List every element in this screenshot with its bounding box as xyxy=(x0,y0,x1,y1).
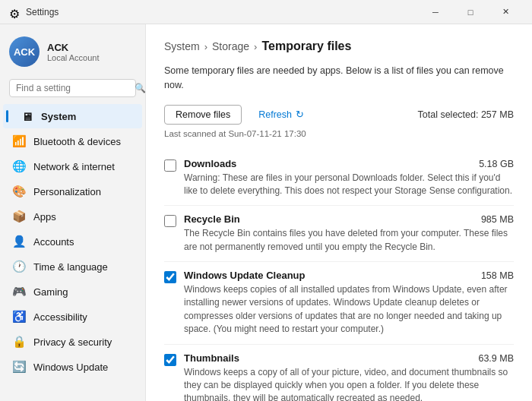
sidebar-label-apps: Apps xyxy=(33,211,56,223)
sidebar-item-accessibility[interactable]: ♿Accessibility xyxy=(3,305,142,329)
sidebar-label-privacy: Privacy & security xyxy=(33,336,112,348)
checkbox-wrap-downloads[interactable] xyxy=(164,159,176,175)
nav-list: 🖥System📶Bluetooth & devices🌐Network & in… xyxy=(0,103,145,380)
file-details-thumbnails: Thumbnails63.9 MBWindows keeps a copy of… xyxy=(184,352,514,401)
refresh-icon: ↻ xyxy=(296,109,304,120)
checkbox-recycle-bin[interactable] xyxy=(164,215,176,227)
breadcrumb-storage[interactable]: Storage xyxy=(212,40,249,52)
user-section[interactable]: ACK ACK Local Account xyxy=(0,30,145,76)
files-list: Downloads5.18 GBWarning: These are files… xyxy=(164,150,514,402)
user-info: ACK Local Account xyxy=(47,42,100,62)
file-size-recycle-bin: 985 MB xyxy=(481,214,514,225)
checkbox-wrap-windows-update[interactable] xyxy=(164,271,176,286)
search-box[interactable]: 🔍 xyxy=(9,79,136,97)
file-item-windows-update: Windows Update Cleanup158 MBWindows keep… xyxy=(164,262,514,345)
file-desc-windows-update: Windows keeps copies of all installed up… xyxy=(184,283,514,336)
file-details-downloads: Downloads5.18 GBWarning: These are files… xyxy=(184,158,514,198)
file-size-thumbnails: 63.9 MB xyxy=(478,353,514,364)
sidebar-label-time: Time & language xyxy=(33,261,108,273)
checkbox-downloads[interactable] xyxy=(164,159,176,172)
page-description: Some temporary files are needed by apps.… xyxy=(164,64,514,93)
checkbox-thumbnails[interactable] xyxy=(164,354,176,366)
file-name-recycle-bin: Recycle Bin xyxy=(184,213,240,225)
sidebar-label-accounts: Accounts xyxy=(33,236,74,248)
close-button[interactable]: ✕ xyxy=(488,0,523,24)
file-item-thumbnails: Thumbnails63.9 MBWindows keeps a copy of… xyxy=(164,345,514,401)
file-desc-thumbnails: Windows keeps a copy of all of your pict… xyxy=(184,366,514,401)
checkbox-wrap-recycle-bin[interactable] xyxy=(164,215,176,230)
breadcrumb-sep-2: › xyxy=(254,41,257,52)
system-icon: 🖥 xyxy=(20,109,33,123)
minimize-button[interactable]: ─ xyxy=(418,0,453,24)
user-name: ACK xyxy=(47,42,100,53)
search-icon: 🔍 xyxy=(135,83,146,93)
privacy-icon: 🔒 xyxy=(12,335,26,349)
avatar: ACK xyxy=(9,36,40,67)
sidebar-label-update: Windows Update xyxy=(33,362,108,373)
last-scanned: Last scanned at Sun-07-11-21 17:30 xyxy=(164,129,514,138)
sidebar-item-apps[interactable]: 📦Apps xyxy=(3,204,142,229)
maximize-button[interactable]: □ xyxy=(453,0,488,24)
update-icon: 🔄 xyxy=(12,360,26,374)
sidebar-item-personalization[interactable]: 🎨Personalization xyxy=(3,179,142,204)
sidebar-item-gaming[interactable]: 🎮Gaming xyxy=(3,279,142,304)
gaming-icon: 🎮 xyxy=(12,285,26,298)
remove-files-button[interactable]: Remove files xyxy=(164,105,242,125)
file-details-recycle-bin: Recycle Bin985 MBThe Recycle Bin contain… xyxy=(184,213,514,254)
file-item-downloads: Downloads5.18 GBWarning: These are files… xyxy=(164,150,514,207)
file-item-recycle-bin: Recycle Bin985 MBThe Recycle Bin contain… xyxy=(164,206,514,262)
file-name-windows-update: Windows Update Cleanup xyxy=(184,270,306,281)
title-bar: ⚙ Settings ─ □ ✕ xyxy=(0,0,532,24)
network-icon: 🌐 xyxy=(12,159,26,173)
avatar-initials: ACK xyxy=(14,46,35,58)
total-selected: Total selected: 257 MB xyxy=(418,109,514,120)
action-bar: Remove files Refresh ↻ Total selected: 2… xyxy=(164,105,514,125)
sidebar-item-system[interactable]: 🖥System xyxy=(3,104,142,128)
breadcrumb-current: Temporary files xyxy=(261,39,351,53)
breadcrumb: System › Storage › Temporary files xyxy=(164,39,514,53)
file-name-downloads: Downloads xyxy=(184,158,236,169)
file-size-windows-update: 158 MB xyxy=(481,270,514,281)
file-name-thumbnails: Thumbnails xyxy=(184,352,239,364)
sidebar-item-network[interactable]: 🌐Network & internet xyxy=(3,154,142,178)
accessibility-icon: ♿ xyxy=(12,310,26,324)
file-desc-downloads: Warning: These are files in your persona… xyxy=(184,172,514,198)
sidebar-label-bluetooth: Bluetooth & devices xyxy=(33,136,121,147)
checkbox-wrap-thumbnails[interactable] xyxy=(164,354,176,369)
title-bar-text: Settings xyxy=(26,7,412,17)
sidebar-label-personalization: Personalization xyxy=(33,186,101,197)
window-controls: ─ □ ✕ xyxy=(418,0,523,24)
apps-icon: 📦 xyxy=(12,210,26,223)
settings-icon: ⚙ xyxy=(9,7,20,17)
bluetooth-icon: 📶 xyxy=(12,134,26,148)
active-indicator xyxy=(6,110,8,122)
sidebar-label-gaming: Gaming xyxy=(33,286,68,298)
file-size-downloads: 5.18 GB xyxy=(479,159,514,169)
sidebar-item-time[interactable]: 🕐Time & language xyxy=(3,254,142,279)
refresh-button[interactable]: Refresh ↻ xyxy=(251,105,312,124)
breadcrumb-system[interactable]: System xyxy=(164,40,200,52)
sidebar-label-accessibility: Accessibility xyxy=(33,311,87,323)
time-icon: 🕐 xyxy=(12,260,26,273)
file-desc-recycle-bin: The Recycle Bin contains files you have … xyxy=(184,227,514,254)
file-header-downloads: Downloads5.18 GB xyxy=(184,158,514,169)
sidebar-item-accounts[interactable]: 👤Accounts xyxy=(3,229,142,254)
file-header-thumbnails: Thumbnails63.9 MB xyxy=(184,352,514,364)
personalization-icon: 🎨 xyxy=(12,185,26,198)
sidebar-item-update[interactable]: 🔄Windows Update xyxy=(3,355,142,379)
user-account: Local Account xyxy=(47,53,100,62)
sidebar-label-system: System xyxy=(41,111,76,122)
breadcrumb-sep-1: › xyxy=(204,41,207,52)
sidebar-item-bluetooth[interactable]: 📶Bluetooth & devices xyxy=(3,129,142,153)
search-input[interactable] xyxy=(16,83,130,93)
accounts-icon: 👤 xyxy=(12,235,26,248)
app-body: ACK ACK Local Account 🔍 🖥System📶Bluetoot… xyxy=(0,24,532,401)
file-header-windows-update: Windows Update Cleanup158 MB xyxy=(184,270,514,281)
file-header-recycle-bin: Recycle Bin985 MB xyxy=(184,213,514,225)
refresh-label: Refresh xyxy=(258,109,292,120)
sidebar-item-privacy[interactable]: 🔒Privacy & security xyxy=(3,330,142,354)
checkbox-windows-update[interactable] xyxy=(164,271,176,283)
sidebar: ACK ACK Local Account 🔍 🖥System📶Bluetoot… xyxy=(0,24,146,401)
file-details-windows-update: Windows Update Cleanup158 MBWindows keep… xyxy=(184,270,514,336)
sidebar-label-network: Network & internet xyxy=(33,161,115,172)
